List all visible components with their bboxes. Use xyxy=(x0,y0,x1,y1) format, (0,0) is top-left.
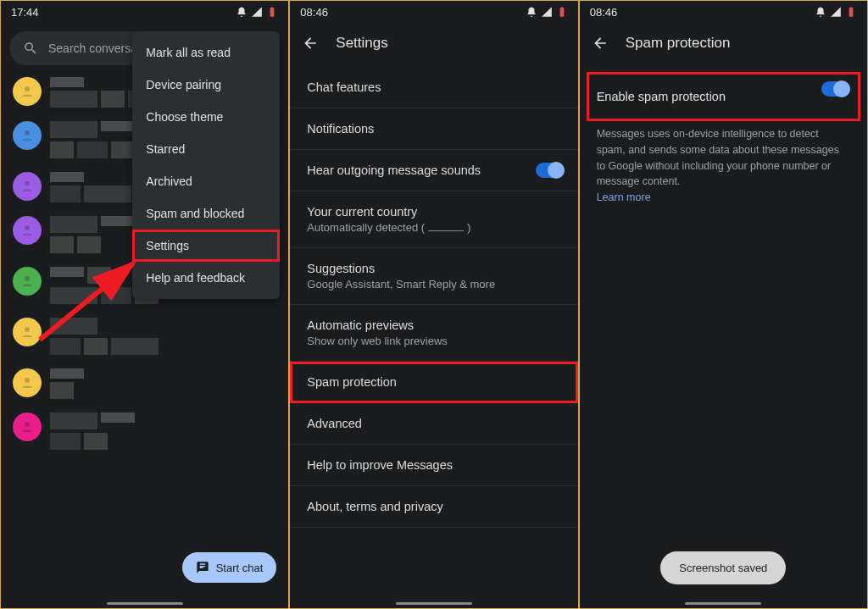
setting-suggestions[interactable]: Suggestions Google Assistant, Smart Repl… xyxy=(290,248,577,305)
settings-list: Chat features Notifications Hear outgoin… xyxy=(290,67,577,528)
enable-spam-row[interactable]: Enable spam protection xyxy=(587,72,860,121)
setting-label: Hear outgoing message sounds xyxy=(307,163,481,177)
menu-device-pairing[interactable]: Device pairing xyxy=(132,69,280,101)
svg-point-3 xyxy=(25,225,30,230)
setting-hear-outgoing[interactable]: Hear outgoing message sounds xyxy=(290,150,577,191)
menu-choose-theme[interactable]: Choose theme xyxy=(132,101,280,133)
setting-sub: Show only web link previews xyxy=(307,335,560,347)
setting-advanced[interactable]: Advanced xyxy=(290,403,577,445)
conversation-item[interactable] xyxy=(4,311,285,362)
svg-point-2 xyxy=(25,181,30,186)
nav-handle[interactable] xyxy=(396,602,472,605)
svg-point-4 xyxy=(25,276,30,281)
learn-more-link[interactable]: Learn more xyxy=(597,191,651,203)
panel-conversations: 17:44 Search conversat xyxy=(0,0,289,609)
setting-about[interactable]: About, terms and privacy xyxy=(290,486,577,528)
avatar xyxy=(13,412,42,441)
menu-mark-all-read[interactable]: Mark all as read xyxy=(132,36,280,69)
spam-header: Spam protection xyxy=(580,23,867,67)
status-bar: 08:46 xyxy=(290,1,577,23)
conversation-item[interactable] xyxy=(4,406,285,457)
svg-point-6 xyxy=(25,378,30,383)
notification-off-icon xyxy=(526,6,537,18)
avatar xyxy=(13,216,42,245)
status-bar: 08:46 xyxy=(580,1,867,23)
notification-off-icon xyxy=(236,6,248,18)
setting-sub: Google Assistant, Smart Reply & more xyxy=(307,278,560,291)
search-placeholder: Search conversat xyxy=(48,42,141,55)
start-chat-button[interactable]: Start chat xyxy=(182,552,277,583)
screenshot-toast[interactable]: Screenshot saved xyxy=(660,551,786,584)
menu-spam-blocked[interactable]: Spam and blocked xyxy=(132,197,280,230)
status-bar: 17:44 xyxy=(1,1,288,23)
status-icons xyxy=(236,6,278,18)
battery-icon xyxy=(845,6,857,18)
menu-settings[interactable]: Settings xyxy=(132,230,280,262)
menu-help-feedback[interactable]: Help and feedback xyxy=(132,262,280,294)
menu-starred[interactable]: Starred xyxy=(132,133,280,165)
nav-handle[interactable] xyxy=(685,602,761,605)
settings-title: Settings xyxy=(336,35,387,52)
toggle-on[interactable] xyxy=(536,163,565,178)
avatar xyxy=(13,318,42,346)
notification-off-icon xyxy=(815,6,826,18)
svg-point-0 xyxy=(25,86,30,91)
svg-point-5 xyxy=(25,327,30,332)
search-icon xyxy=(23,41,38,56)
setting-country[interactable]: Your current country Automatically detec… xyxy=(290,191,577,248)
status-icons xyxy=(526,6,568,18)
panel-settings: 08:46 Settings Chat features Notificatio… xyxy=(289,0,578,609)
clock: 17:44 xyxy=(11,6,39,19)
toggle-label: Enable spam protection xyxy=(597,90,726,103)
setting-chat-features[interactable]: Chat features xyxy=(290,67,577,108)
avatar xyxy=(13,267,42,296)
status-icons xyxy=(815,6,857,18)
setting-label: Your current country xyxy=(307,205,560,219)
toggle-on[interactable] xyxy=(821,81,850,97)
spam-title: Spam protection xyxy=(626,35,731,52)
clock: 08:46 xyxy=(300,6,328,19)
battery-icon xyxy=(556,6,568,18)
menu-archived[interactable]: Archived xyxy=(132,165,280,197)
avatar xyxy=(13,368,42,397)
overflow-menu: Mark all as read Device pairing Choose t… xyxy=(132,31,280,299)
setting-help-improve[interactable]: Help to improve Messages xyxy=(290,445,577,486)
signal-icon xyxy=(541,6,553,18)
svg-point-7 xyxy=(25,422,30,427)
setting-sub: Automatically detected () xyxy=(307,221,560,234)
setting-label: Automatic previews xyxy=(307,318,560,332)
chat-icon xyxy=(196,561,209,574)
signal-icon xyxy=(830,6,842,18)
signal-icon xyxy=(251,6,263,18)
back-icon[interactable] xyxy=(302,35,319,52)
battery-icon xyxy=(266,6,278,18)
svg-point-1 xyxy=(25,130,30,136)
avatar xyxy=(13,121,42,150)
conversation-item[interactable] xyxy=(4,362,285,406)
spam-description: Messages uses on-device intelligence to … xyxy=(580,121,867,211)
avatar xyxy=(13,77,42,106)
back-icon[interactable] xyxy=(592,35,609,52)
setting-previews[interactable]: Automatic previews Show only web link pr… xyxy=(290,305,577,362)
setting-notifications[interactable]: Notifications xyxy=(290,108,577,150)
fab-label: Start chat xyxy=(216,562,264,574)
settings-header: Settings xyxy=(290,23,577,67)
setting-label: Suggestions xyxy=(307,262,560,275)
setting-spam-protection[interactable]: Spam protection xyxy=(290,362,577,403)
clock: 08:46 xyxy=(590,6,618,19)
avatar xyxy=(13,172,42,201)
panel-spam-protection: 08:46 Spam protection Enable spam protec… xyxy=(579,0,868,609)
nav-handle[interactable] xyxy=(107,602,183,605)
